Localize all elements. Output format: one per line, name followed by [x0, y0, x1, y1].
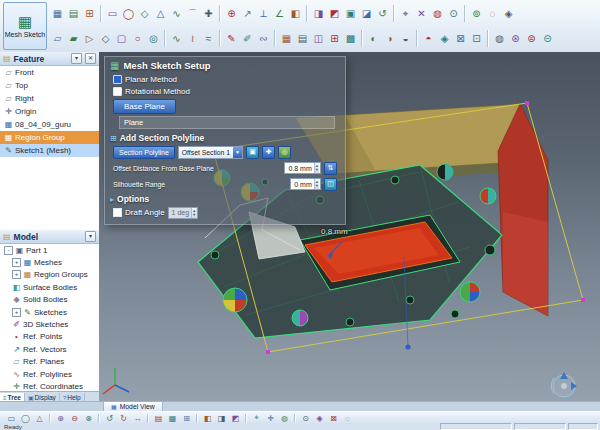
- draft-angle-input[interactable]: 1 deg ▴▾: [168, 207, 199, 219]
- tree-item[interactable]: ▱Front: [0, 66, 99, 79]
- toolbar-icon[interactable]: ∾: [256, 31, 271, 47]
- tree-expander-icon[interactable]: +: [12, 270, 21, 279]
- toolbar-icon[interactable]: ✕: [414, 6, 429, 22]
- toolbar-icon[interactable]: ▢: [114, 31, 129, 47]
- toolbar-icon[interactable]: △: [33, 413, 46, 423]
- toolbar-icon[interactable]: ⌒: [185, 6, 200, 22]
- tree-expander-icon[interactable]: +: [12, 258, 21, 267]
- toolbar-icon[interactable]: ⊞: [327, 31, 342, 47]
- toolbar-icon[interactable]: ⊡: [469, 31, 484, 47]
- section-polyline-button[interactable]: Section Polyline: [113, 146, 175, 159]
- toolbar-icon[interactable]: ≈: [201, 31, 216, 47]
- tree-item[interactable]: ▦Region Group: [0, 131, 99, 144]
- toolbar-icon[interactable]: ⊙: [299, 413, 312, 423]
- toolbar-icon[interactable]: ✐: [240, 31, 255, 47]
- panel-collapse-button[interactable]: ▾: [85, 231, 96, 242]
- toolbar-icon[interactable]: ◧: [288, 6, 303, 22]
- toolbar-icon[interactable]: ◎: [146, 31, 161, 47]
- toolbar-icon[interactable]: ⊠: [327, 413, 340, 423]
- toolbar-icon[interactable]: ✚: [201, 6, 216, 22]
- toolbar-icon[interactable]: ⊞: [180, 413, 193, 423]
- toolbar-icon[interactable]: ◩: [229, 413, 242, 423]
- toolbar-icon[interactable]: ⌖: [250, 413, 263, 423]
- tree-item[interactable]: ✛Origin: [0, 105, 99, 118]
- toolbar-icon[interactable]: ⊞: [82, 6, 97, 22]
- pick-section-icon[interactable]: ▣: [246, 146, 259, 159]
- base-plane-button[interactable]: Base Plane: [113, 99, 176, 114]
- toolbar-icon[interactable]: ◯: [121, 6, 136, 22]
- tree-item[interactable]: ▱Right: [0, 92, 99, 105]
- toolbar-icon[interactable]: ⊗: [82, 413, 95, 423]
- silhouette-pick-icon[interactable]: ◫: [324, 178, 337, 191]
- toolbar-icon[interactable]: ⊝: [540, 31, 555, 47]
- toolbar-icon[interactable]: ▰: [66, 31, 81, 47]
- toolbar-icon[interactable]: ↻: [117, 413, 130, 423]
- toolbar-icon[interactable]: ⟂: [256, 6, 271, 22]
- tree-item[interactable]: ↗Ref. Vectors: [0, 343, 99, 355]
- tree-item[interactable]: +✎Sketches: [0, 306, 99, 318]
- toolbar-icon[interactable]: ⊜: [524, 31, 539, 47]
- view-compass-icon[interactable]: [551, 372, 577, 397]
- toolbar-icon[interactable]: ∠: [272, 6, 287, 22]
- section-polyline-select[interactable]: Offset Section 1 ▼: [178, 146, 243, 159]
- toolbar-icon[interactable]: ◫: [311, 31, 326, 47]
- tree-item[interactable]: ✐3D Sketches: [0, 318, 99, 330]
- tree-item[interactable]: +▦Region Groups: [0, 269, 99, 281]
- toolbar-icon[interactable]: ↔: [131, 413, 144, 423]
- spinner-icon[interactable]: ▴▾: [314, 179, 319, 189]
- flip-direction-icon[interactable]: ⇅: [324, 162, 337, 175]
- tree-item[interactable]: ✎Sketch1 (Mesh): [0, 144, 99, 157]
- toolbar-icon[interactable]: ⊚: [469, 6, 484, 22]
- toolbar-icon[interactable]: ◓: [421, 31, 436, 47]
- tree-item[interactable]: ∿Ref. Polylines: [0, 368, 99, 380]
- toolbar-icon[interactable]: ◇: [98, 31, 113, 47]
- draft-angle-checkbox[interactable]: [113, 208, 122, 217]
- toolbar-icon[interactable]: ◨: [311, 6, 326, 22]
- toolbar-icon[interactable]: ▦: [279, 31, 294, 47]
- viewport[interactable]: 0.8 mm ▦ Mesh Sketch Setup Planar Method…: [99, 52, 600, 401]
- toolbar-icon[interactable]: ◈: [437, 31, 452, 47]
- toolbar-icon[interactable]: △: [153, 6, 168, 22]
- toolbar-icon[interactable]: ⊛: [508, 31, 523, 47]
- toolbar-icon[interactable]: ∿: [169, 6, 184, 22]
- tree-item[interactable]: •Ref. Points: [0, 331, 99, 343]
- toolbar-icon[interactable]: ↺: [103, 413, 116, 423]
- rotational-method-radio[interactable]: [113, 87, 122, 96]
- mesh-sketch-button[interactable]: ▦ Mesh Sketch: [3, 2, 47, 50]
- toolbar-icon[interactable]: ▦: [50, 6, 65, 22]
- toolbar-icon[interactable]: ▭: [105, 6, 120, 22]
- toolbar-icon[interactable]: ▷: [82, 31, 97, 47]
- toolbar-icon[interactable]: ≀: [185, 31, 200, 47]
- preview-section-icon[interactable]: ◎: [278, 146, 291, 159]
- toolbar-icon[interactable]: ▦: [166, 413, 179, 423]
- tree-expander-icon[interactable]: -: [4, 246, 13, 255]
- toolbar-icon[interactable]: ⊖: [68, 413, 81, 423]
- toolbar-icon[interactable]: ◍: [492, 31, 507, 47]
- toolbar-icon[interactable]: ⊠: [453, 31, 468, 47]
- toolbar-icon[interactable]: ✎: [224, 31, 239, 47]
- toolbar-icon[interactable]: ✛: [264, 413, 277, 423]
- tree-item[interactable]: ▱Top: [0, 79, 99, 92]
- toolbar-icon[interactable]: ▤: [152, 413, 165, 423]
- toolbar-icon[interactable]: ↗: [240, 6, 255, 22]
- toolbar-icon[interactable]: ◑: [382, 31, 397, 47]
- toolbar-icon[interactable]: ◈: [501, 6, 516, 22]
- silhouette-range-input[interactable]: 0 mm ▴▾: [290, 178, 321, 190]
- toolbar-icon[interactable]: ⊕: [54, 413, 67, 423]
- toolbar-icon[interactable]: ◒: [398, 31, 413, 47]
- toolbar-icon[interactable]: ⊕: [224, 6, 239, 22]
- toolbar-icon[interactable]: ◐: [366, 31, 381, 47]
- tree-item[interactable]: ◧Surface Bodies: [0, 281, 99, 293]
- toolbar-icon[interactable]: ▤: [295, 31, 310, 47]
- panel-close-button[interactable]: ✕: [85, 53, 96, 64]
- spinner-icon[interactable]: ▴▾: [314, 163, 319, 173]
- toolbar-icon[interactable]: ◯: [19, 413, 32, 423]
- tree-expander-icon[interactable]: +: [12, 308, 21, 317]
- tree-item[interactable]: +▦Meshes: [0, 256, 99, 268]
- panel-collapse-button[interactable]: ▾: [71, 53, 82, 64]
- toolbar-icon[interactable]: ◇: [137, 6, 152, 22]
- tree-item[interactable]: ▱Ref. Planes: [0, 356, 99, 368]
- toolbar-icon[interactable]: ◍: [430, 6, 445, 22]
- planar-method-radio[interactable]: [113, 75, 122, 84]
- toolbar-icon[interactable]: ∿: [169, 31, 184, 47]
